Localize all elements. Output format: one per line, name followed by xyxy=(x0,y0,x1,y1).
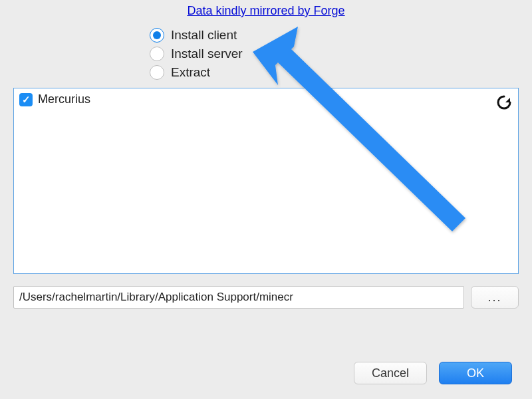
cancel-button[interactable]: Cancel xyxy=(354,362,427,384)
checkbox-checked-icon[interactable]: ✓ xyxy=(19,93,33,106)
browse-button[interactable]: ... xyxy=(471,286,519,309)
header-link-row: Data kindly mirrored by Forge xyxy=(0,0,532,25)
mirror-link[interactable]: Data kindly mirrored by Forge xyxy=(187,4,344,17)
ok-button[interactable]: OK xyxy=(439,362,512,384)
radio-install-client[interactable]: Install client xyxy=(150,28,532,43)
install-mode-radio-group: Install client Install server Extract xyxy=(150,28,532,80)
list-item-label: Mercurius xyxy=(38,92,90,106)
radio-label: Extract xyxy=(171,65,210,80)
list-item[interactable]: ✓ Mercurius xyxy=(19,92,513,106)
mods-list-panel: ✓ Mercurius xyxy=(13,88,519,274)
radio-icon xyxy=(150,28,164,43)
radio-icon xyxy=(150,47,164,61)
radio-extract[interactable]: Extract xyxy=(150,65,532,80)
refresh-icon[interactable] xyxy=(494,92,514,112)
radio-label: Install client xyxy=(171,28,237,43)
dialog-buttons: Cancel OK xyxy=(354,362,512,384)
install-path-field[interactable]: /Users/rachelmartin/Library/Application … xyxy=(13,286,464,309)
radio-install-server[interactable]: Install server xyxy=(150,47,532,61)
radio-icon xyxy=(150,65,164,80)
install-path-row: /Users/rachelmartin/Library/Application … xyxy=(13,286,519,309)
radio-label: Install server xyxy=(171,47,243,61)
